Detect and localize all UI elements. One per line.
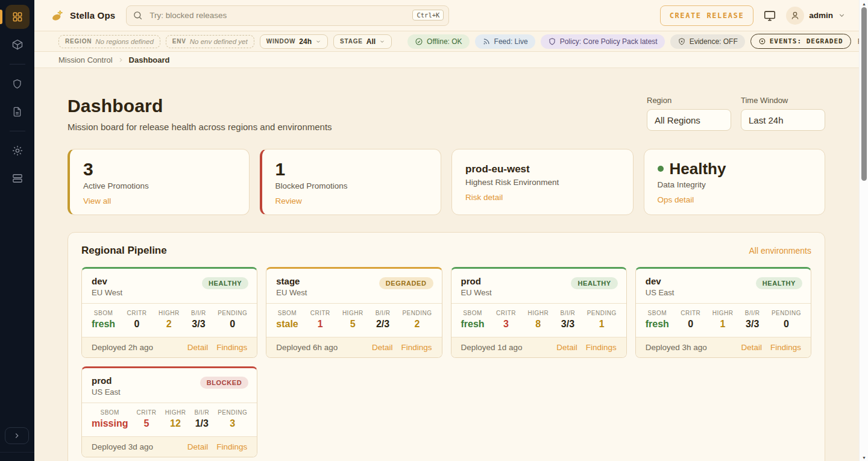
pipeline-card-grid: dev EU West HEALTHY SBOMfresh CRITR0 HIG… xyxy=(81,267,811,457)
status-badge: BLOCKED xyxy=(200,377,249,389)
stat-value: 0 xyxy=(688,319,693,330)
stat-value: 3 xyxy=(83,159,236,179)
main-area: Stella Ops Ctrl+K CREATE RELEASE admin R xyxy=(34,0,859,461)
scrollbar-up-arrow-icon[interactable]: ▲ xyxy=(860,0,868,7)
deployed-time: Deployed 3h ago xyxy=(646,343,707,352)
pipeline-card-prod-eu-west: prod EU West HEALTHY SBOMfresh CRITR3 HI… xyxy=(451,267,627,358)
stat-value: 0 xyxy=(784,319,789,330)
active-nav-indicator xyxy=(0,10,2,24)
deployed-time: Deployed 3d ago xyxy=(92,442,153,451)
all-environments-link[interactable]: All environments xyxy=(749,246,812,256)
findings-link[interactable]: Findings xyxy=(216,442,247,451)
status-badge: HEALTHY xyxy=(571,277,617,289)
stat-label: Data Integrity xyxy=(658,180,812,189)
time-window-select[interactable]: Last 24h xyxy=(741,109,825,131)
shield-icon xyxy=(548,37,556,46)
environment-name: dev xyxy=(646,276,675,286)
shield-icon xyxy=(11,78,23,90)
detail-link[interactable]: Detail xyxy=(556,343,577,352)
stat-label: B/I/R xyxy=(561,310,576,316)
stat-value: 2 xyxy=(415,319,420,330)
environment-name: dev xyxy=(92,276,122,286)
shield-x-icon xyxy=(678,37,686,46)
sidebar-item-releases[interactable] xyxy=(5,33,30,57)
create-release-button[interactable]: CREATE RELEASE xyxy=(660,5,754,26)
stat-value: fresh xyxy=(92,319,115,330)
stat-label: SBOM xyxy=(94,310,113,316)
findings-link[interactable]: Findings xyxy=(401,343,432,352)
sidebar xyxy=(0,0,34,461)
ops-detail-link[interactable]: Ops detail xyxy=(658,195,694,204)
events-status-pill[interactable]: EVENTS: DEGRADED xyxy=(750,34,851,49)
detail-link[interactable]: Detail xyxy=(741,343,762,352)
review-link[interactable]: Review xyxy=(275,196,302,205)
rss-icon xyxy=(482,37,491,46)
panel-title: Regional Pipeline xyxy=(81,245,167,257)
region-select[interactable]: All Regions xyxy=(647,109,731,131)
detail-link[interactable]: Detail xyxy=(372,343,393,352)
window-filter-dropdown[interactable]: WINDOW 24h xyxy=(260,34,328,49)
stat-value: Healthy xyxy=(658,159,812,178)
sidebar-item-dashboard[interactable] xyxy=(5,5,30,29)
detail-link[interactable]: Detail xyxy=(187,442,209,451)
region-filter-pill[interactable]: REGION No regions defined xyxy=(58,35,160,48)
breadcrumb-mission-control[interactable]: Mission Control xyxy=(58,55,113,64)
events-status-text: EVENTS: DEGRADED xyxy=(770,37,843,45)
stat-label: Blocked Promotions xyxy=(275,181,428,190)
environment-name: prod xyxy=(92,375,121,386)
scrollbar-down-arrow-icon[interactable]: ▼ xyxy=(860,454,868,461)
stat-value: 1 xyxy=(275,159,428,179)
sidebar-item-security[interactable] xyxy=(5,72,30,96)
environment-region: EU West xyxy=(461,288,492,297)
user-menu[interactable]: admin xyxy=(786,7,846,25)
global-search: Ctrl+K xyxy=(126,5,449,26)
view-all-link[interactable]: View all xyxy=(83,196,111,205)
stat-label: CRITR xyxy=(127,310,147,316)
region-select-label: Region xyxy=(647,96,731,105)
stat-value: 3 xyxy=(230,418,235,429)
sidebar-item-settings[interactable] xyxy=(5,139,30,163)
environment-region: US East xyxy=(646,288,675,297)
findings-link[interactable]: Findings xyxy=(216,343,247,352)
stat-label: SBOM xyxy=(648,310,667,316)
stat-label: PENDING xyxy=(218,310,247,316)
stat-value: 3/3 xyxy=(746,319,759,330)
risk-detail-link[interactable]: Risk detail xyxy=(465,193,503,202)
env-filter-value: No env defined yet xyxy=(190,38,248,45)
breadcrumb-separator-icon xyxy=(118,57,124,63)
env-filter-pill[interactable]: ENV No env defined yet xyxy=(166,35,254,48)
detail-link[interactable]: Detail xyxy=(187,343,209,352)
document-icon xyxy=(11,106,23,118)
search-input[interactable] xyxy=(126,5,449,26)
findings-link[interactable]: Findings xyxy=(770,343,801,352)
status-badge: HEALTHY xyxy=(202,277,248,289)
offline-status-text: Offline: OK xyxy=(427,37,462,46)
brand: Stella Ops xyxy=(51,9,115,22)
findings-link[interactable]: Findings xyxy=(586,343,617,352)
sidebar-expand-button[interactable] xyxy=(5,427,29,444)
window-filter-value: 24h xyxy=(299,37,312,46)
stat-value: 5 xyxy=(144,418,149,429)
scrollbar-thumb[interactable] xyxy=(861,7,867,181)
stat-value: 1/3 xyxy=(195,418,209,429)
sidebar-divider xyxy=(10,131,25,131)
stat-value: 5 xyxy=(350,319,356,330)
stat-label: CRITR xyxy=(681,310,700,316)
environment-region: US East xyxy=(92,387,121,397)
sidebar-item-infrastructure[interactable] xyxy=(5,166,30,190)
pipeline-card-stage-eu-west: stage EU West DEGRADED SBOMstale CRITR1 … xyxy=(266,267,442,358)
stat-label: HIGHR xyxy=(712,310,734,316)
sidebar-item-documents[interactable] xyxy=(5,99,30,124)
environment-region: EU West xyxy=(92,288,122,297)
env-filter-label: ENV xyxy=(172,38,186,45)
stat-value: 0 xyxy=(230,319,235,330)
monitor-icon[interactable] xyxy=(762,8,778,24)
check-circle-icon xyxy=(415,37,423,46)
stat-label: PENDING xyxy=(772,310,801,316)
stage-filter-dropdown[interactable]: STAGE All xyxy=(333,34,392,49)
stat-value: 0 xyxy=(134,319,140,330)
page-scrollbar[interactable]: ▲ ▼ xyxy=(859,0,868,461)
app-header: Stella Ops Ctrl+K CREATE RELEASE admin xyxy=(34,0,859,31)
search-icon xyxy=(133,10,143,20)
stat-label: PENDING xyxy=(587,310,617,316)
